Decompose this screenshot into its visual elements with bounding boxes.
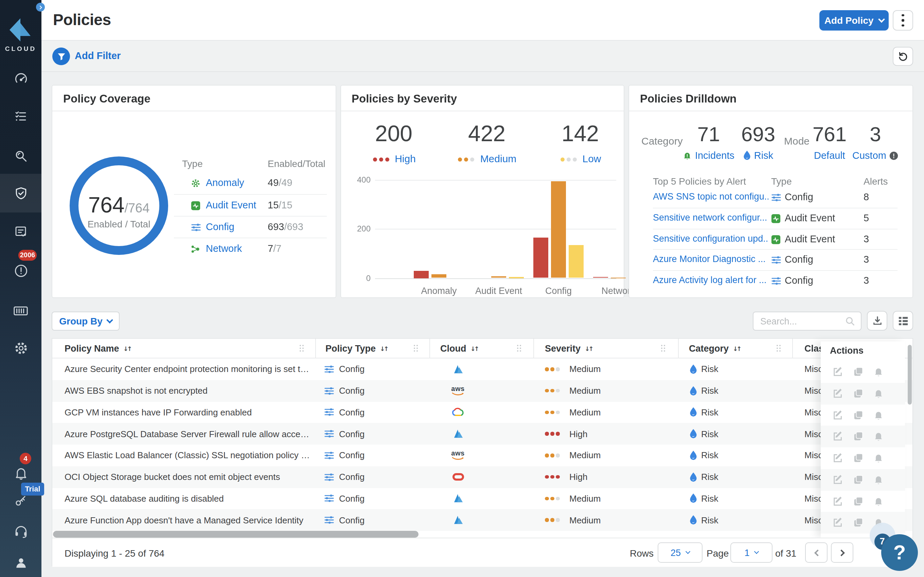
table-row[interactable]: OCI Object Storage bucket does not emit … <box>52 466 913 488</box>
alert-bell-icon[interactable] <box>873 367 883 379</box>
alert-bell-icon[interactable] <box>873 453 883 466</box>
reset-filters-button[interactable] <box>893 47 913 66</box>
y-tick: 0 <box>346 273 371 283</box>
policy-name-cell[interactable]: Azure PostgreSQL Database Server Firewal… <box>65 423 310 445</box>
alerts-icon[interactable] <box>0 263 42 279</box>
clone-icon[interactable] <box>853 453 863 466</box>
sort-icon[interactable]: ↓↑ <box>585 345 592 352</box>
table-row[interactable]: Azure Security Center endpoint protectio… <box>52 358 913 380</box>
edit-icon[interactable] <box>833 474 843 487</box>
account-avatar-icon[interactable] <box>0 554 42 571</box>
type-link[interactable]: Audit Event <box>206 200 256 210</box>
table-row[interactable]: Azure SQL database auditing is disabledC… <box>52 488 913 509</box>
alert-bell-icon[interactable] <box>873 496 883 509</box>
type-link[interactable]: Config <box>206 221 234 232</box>
type-link[interactable]: Anomaly <box>206 177 244 188</box>
edit-icon[interactable] <box>833 367 843 379</box>
class-cell: Misc <box>804 466 822 488</box>
alert-bell-icon[interactable] <box>873 431 883 444</box>
drag-handle[interactable] <box>777 345 781 352</box>
clone-icon[interactable] <box>853 367 863 379</box>
clone-icon[interactable] <box>853 431 863 444</box>
more-options-button[interactable] <box>893 10 913 31</box>
drag-handle[interactable] <box>517 345 522 352</box>
policy-name-cell[interactable]: Azure Function App doesn't have a Manage… <box>65 509 310 531</box>
policy-name-cell[interactable]: AWS EBS snapshot is not encrypted <box>65 380 310 402</box>
policy-link[interactable]: AWS SNS topic not configu... <box>653 192 769 201</box>
policy-link[interactable]: Azure Activity log alert for ... <box>653 275 767 285</box>
notifications-bell-icon[interactable] <box>0 465 42 481</box>
drag-handle[interactable] <box>414 345 418 352</box>
add-filter-button[interactable]: Add Filter <box>75 50 121 61</box>
risk-flame-icon <box>690 472 697 482</box>
class-cell: Misc <box>804 380 822 402</box>
sidebar-collapse-toggle[interactable] <box>36 3 45 11</box>
add-policy-button[interactable]: Add Policy <box>819 10 888 31</box>
compliance-count-badge: 2006 <box>18 250 37 261</box>
drag-handle[interactable] <box>661 345 666 352</box>
filter-icon[interactable] <box>52 48 70 65</box>
support-headset-icon[interactable] <box>0 523 42 540</box>
search-input[interactable]: Search... <box>753 311 861 330</box>
compute-icon[interactable] <box>0 303 42 319</box>
compliance-icon[interactable] <box>0 223 42 240</box>
type-link[interactable]: Network <box>206 243 242 254</box>
previous-page-button[interactable] <box>805 542 827 563</box>
table-row[interactable]: AWS Elastic Load Balancer (Classic) SSL … <box>52 445 913 466</box>
clone-icon[interactable] <box>853 517 863 530</box>
clone-icon[interactable] <box>853 410 863 422</box>
column-header-severity[interactable]: Severity↓↑ <box>545 339 592 358</box>
column-header-cloud[interactable]: Cloud↓↑ <box>440 339 478 358</box>
sort-icon[interactable]: ↓↑ <box>380 345 387 352</box>
policy-name-cell[interactable]: Azure SQL database auditing is disabled <box>65 488 310 509</box>
column-header-policy-name[interactable]: Policy Name↓↑ <box>65 339 131 358</box>
edit-icon[interactable] <box>833 431 843 444</box>
drag-handle[interactable] <box>300 345 304 352</box>
help-button[interactable]: ? <box>881 534 918 571</box>
download-button[interactable] <box>867 311 887 330</box>
horizontal-scrollbar[interactable] <box>53 531 418 538</box>
table-row[interactable]: GCP VM instances have IP Forwarding enab… <box>52 401 913 423</box>
settings-icon[interactable] <box>0 340 42 356</box>
info-icon[interactable] <box>890 152 898 160</box>
column-settings-button[interactable] <box>893 311 913 330</box>
policy-name-cell[interactable]: Azure Security Center endpoint protectio… <box>65 358 310 380</box>
group-by-button[interactable]: Group By <box>52 311 120 330</box>
edit-icon[interactable] <box>833 388 843 401</box>
column-header-policy-type[interactable]: Policy Type↓↑ <box>325 339 387 358</box>
category-cell: Risk <box>690 488 719 509</box>
clone-icon[interactable] <box>853 496 863 509</box>
investigate-icon[interactable] <box>0 148 42 164</box>
table-row[interactable]: Azure Function App doesn't have a Manage… <box>52 509 913 531</box>
policies-icon[interactable] <box>0 185 42 201</box>
alert-bell-icon[interactable] <box>873 388 883 401</box>
edit-icon[interactable] <box>833 496 843 509</box>
column-header-category[interactable]: Category↓↑ <box>689 339 740 358</box>
policy-name-cell[interactable]: AWS Elastic Load Balancer (Classic) SSL … <box>65 445 310 466</box>
policy-link[interactable]: Sensitive network configur... <box>653 213 767 223</box>
policy-name-cell[interactable]: GCP VM instances have IP Forwarding enab… <box>65 401 310 423</box>
dashboard-icon[interactable] <box>0 71 42 87</box>
sort-icon[interactable]: ↓↑ <box>470 345 478 352</box>
bar-high <box>593 277 608 278</box>
policy-link[interactable]: Sensitive configuration upd... <box>653 234 769 244</box>
edit-icon[interactable] <box>833 410 843 422</box>
policy-name-cell[interactable]: OCI Object Storage bucket does not emit … <box>65 466 310 488</box>
policy-link[interactable]: Azure Monitor Diagnostic ... <box>653 254 766 264</box>
alert-bell-icon[interactable] <box>873 474 883 487</box>
sort-icon[interactable]: ↓↑ <box>123 345 131 352</box>
vertical-scrollbar[interactable] <box>907 345 911 405</box>
inventory-icon[interactable] <box>0 108 42 124</box>
rows-per-page-select[interactable]: 25 <box>657 542 703 563</box>
table-row[interactable]: Azure PostgreSQL Database Server Firewal… <box>52 423 913 445</box>
coverage-row: Anomaly49/49 <box>174 172 327 194</box>
alert-bell-icon[interactable] <box>873 410 883 422</box>
table-row[interactable]: AWS EBS snapshot is not encryptedConfiga… <box>52 380 913 402</box>
next-page-button[interactable] <box>831 542 853 563</box>
clone-icon[interactable] <box>853 474 863 487</box>
edit-icon[interactable] <box>833 453 843 466</box>
sort-icon[interactable]: ↓↑ <box>733 345 740 352</box>
clone-icon[interactable] <box>853 388 863 401</box>
edit-icon[interactable] <box>833 517 843 530</box>
page-select[interactable]: 1 <box>730 542 772 563</box>
